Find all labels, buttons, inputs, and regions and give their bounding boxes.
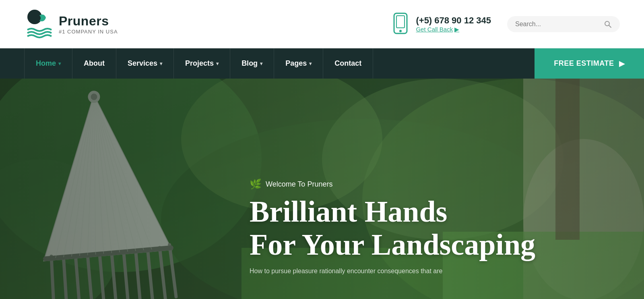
svg-point-3: [399, 30, 402, 32]
logo-icon: [24, 10, 53, 39]
hero-title-line2: For Your Landscaping: [250, 228, 535, 261]
nav-item-pages[interactable]: Pages ▾: [274, 48, 323, 79]
hero-content: 🌿 Welcome To Pruners Brilliant Hands For…: [250, 179, 535, 275]
phone-number: (+5) 678 90 12 345: [416, 15, 491, 26]
nav-item-contact[interactable]: Contact: [323, 48, 373, 79]
svg-line-5: [609, 25, 611, 27]
callback-link[interactable]: Get Call Back ▶: [416, 26, 491, 33]
contact-info: (+5) 678 90 12 345 Get Call Back ▶: [391, 12, 491, 36]
chevron-down-icon: ▾: [260, 61, 262, 66]
site-header: Pruners #1 COMPANY IN USA (+5) 678 90 12…: [0, 0, 644, 48]
free-estimate-button[interactable]: FREE ESTIMATE ▶: [535, 48, 644, 79]
company-tagline: #1 COMPANY IN USA: [59, 29, 118, 35]
hero-title-line1: Brilliant Hands: [250, 195, 535, 228]
nav-item-services[interactable]: Services ▾: [116, 48, 174, 79]
chevron-down-icon: ▾: [160, 61, 162, 66]
nav-item-projects[interactable]: Projects ▾: [174, 48, 230, 79]
phone-icon: [391, 12, 410, 36]
phone-details: (+5) 678 90 12 345 Get Call Back ▶: [416, 15, 491, 33]
search-input[interactable]: [515, 21, 600, 28]
arrow-icon: ▶: [619, 59, 625, 68]
svg-rect-2: [396, 16, 405, 28]
chevron-down-icon: ▾: [216, 61, 219, 66]
nav-item-about[interactable]: About: [72, 48, 116, 79]
free-estimate-label: FREE ESTIMATE: [554, 59, 614, 68]
header-right: (+5) 678 90 12 345 Get Call Back ▶: [391, 12, 620, 36]
nav-items: Home ▾ About Services ▾ Projects ▾ Blog …: [0, 48, 535, 79]
company-name: Pruners: [59, 14, 118, 29]
logo[interactable]: Pruners #1 COMPANY IN USA: [24, 10, 118, 39]
hero-subtitle: How to pursue pleasure rationally encoun…: [250, 268, 535, 275]
chevron-down-icon: ▾: [309, 61, 312, 66]
search-bar[interactable]: [507, 16, 620, 32]
leaf-icon: 🌿: [250, 179, 262, 190]
navbar: Home ▾ About Services ▾ Projects ▾ Blog …: [0, 48, 644, 79]
chevron-down-icon: ▾: [58, 61, 61, 66]
hero-tagline-text: Welcome To Pruners: [266, 180, 332, 189]
nav-item-blog[interactable]: Blog ▾: [230, 48, 274, 79]
nav-item-home[interactable]: Home ▾: [24, 48, 72, 79]
svg-point-0: [27, 10, 42, 24]
hero-tagline: 🌿 Welcome To Pruners: [250, 179, 535, 190]
hero-title: Brilliant Hands For Your Landscaping: [250, 195, 535, 261]
hero-section: 🌿 Welcome To Pruners Brilliant Hands For…: [0, 79, 644, 299]
search-icon: [604, 20, 612, 28]
logo-text: Pruners #1 COMPANY IN USA: [59, 14, 118, 35]
search-button[interactable]: [604, 20, 612, 28]
